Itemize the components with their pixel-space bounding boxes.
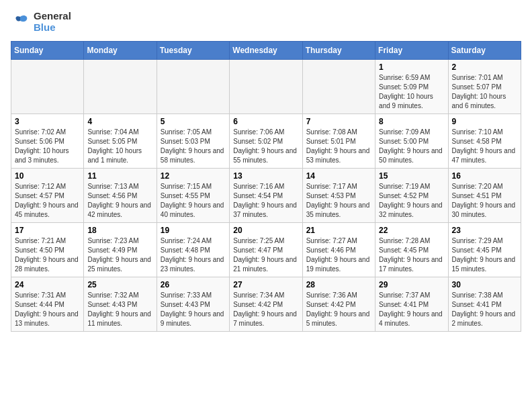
- calendar-week-5: 24Sunrise: 7:31 AM Sunset: 4:44 PM Dayli…: [11, 277, 521, 332]
- day-info: Sunrise: 7:32 AM Sunset: 4:43 PM Dayligh…: [87, 291, 152, 328]
- day-info: Sunrise: 7:21 AM Sunset: 4:50 PM Dayligh…: [15, 236, 80, 274]
- calendar-cell: 18Sunrise: 7:23 AM Sunset: 4:49 PM Dayli…: [84, 223, 157, 277]
- day-info: Sunrise: 7:28 AM Sunset: 4:45 PM Dayligh…: [379, 236, 444, 274]
- calendar-cell: 9Sunrise: 7:10 AM Sunset: 4:58 PM Daylig…: [448, 114, 521, 169]
- page-header: General Blue: [11, 11, 521, 33]
- calendar-cell: 28Sunrise: 7:36 AM Sunset: 4:42 PM Dayli…: [302, 277, 375, 332]
- day-info: Sunrise: 7:16 AM Sunset: 4:54 PM Dayligh…: [233, 182, 298, 220]
- calendar-cell: 21Sunrise: 7:27 AM Sunset: 4:46 PM Dayli…: [302, 223, 375, 277]
- day-info: Sunrise: 7:17 AM Sunset: 4:53 PM Dayligh…: [306, 182, 371, 220]
- day-number: 17: [15, 226, 80, 235]
- day-number: 27: [233, 280, 298, 289]
- calendar-cell: 19Sunrise: 7:24 AM Sunset: 4:48 PM Dayli…: [157, 223, 229, 277]
- day-info: Sunrise: 7:27 AM Sunset: 4:46 PM Dayligh…: [306, 236, 371, 274]
- calendar-cell: 13Sunrise: 7:16 AM Sunset: 4:54 PM Dayli…: [230, 169, 302, 223]
- day-info: Sunrise: 7:08 AM Sunset: 5:01 PM Dayligh…: [306, 128, 371, 165]
- day-number: 9: [452, 117, 517, 126]
- day-number: 12: [161, 171, 226, 181]
- calendar-cell: 12Sunrise: 7:15 AM Sunset: 4:55 PM Dayli…: [157, 169, 229, 223]
- calendar-cell: [302, 60, 375, 114]
- day-number: 3: [15, 117, 80, 126]
- day-number: 8: [379, 117, 444, 126]
- day-number: 24: [15, 280, 80, 289]
- day-info: Sunrise: 7:01 AM Sunset: 5:07 PM Dayligh…: [452, 73, 517, 111]
- logo-blue: Blue: [34, 22, 71, 34]
- day-info: Sunrise: 7:24 AM Sunset: 4:48 PM Dayligh…: [161, 236, 226, 274]
- calendar-cell: 20Sunrise: 7:25 AM Sunset: 4:47 PM Dayli…: [230, 223, 302, 277]
- day-number: 13: [233, 171, 298, 181]
- day-info: Sunrise: 7:38 AM Sunset: 4:41 PM Dayligh…: [452, 291, 517, 328]
- day-number: 25: [87, 280, 152, 289]
- day-info: Sunrise: 7:36 AM Sunset: 4:42 PM Dayligh…: [306, 291, 371, 328]
- day-info: Sunrise: 7:15 AM Sunset: 4:55 PM Dayligh…: [161, 182, 226, 220]
- day-info: Sunrise: 7:31 AM Sunset: 4:44 PM Dayligh…: [15, 291, 80, 328]
- day-info: Sunrise: 7:06 AM Sunset: 5:02 PM Dayligh…: [233, 128, 298, 165]
- calendar-cell: 23Sunrise: 7:29 AM Sunset: 4:45 PM Dayli…: [448, 223, 521, 277]
- day-info: Sunrise: 7:37 AM Sunset: 4:41 PM Dayligh…: [379, 291, 444, 328]
- calendar-cell: 26Sunrise: 7:33 AM Sunset: 4:43 PM Dayli…: [157, 277, 229, 332]
- day-number: 15: [379, 171, 444, 181]
- calendar-cell: 4Sunrise: 7:04 AM Sunset: 5:05 PM Daylig…: [84, 114, 157, 169]
- day-number: 10: [15, 171, 80, 181]
- day-number: 5: [161, 117, 226, 126]
- calendar-cell: 24Sunrise: 7:31 AM Sunset: 4:44 PM Dayli…: [11, 277, 84, 332]
- day-info: Sunrise: 7:04 AM Sunset: 5:05 PM Dayligh…: [87, 128, 152, 165]
- day-info: Sunrise: 7:19 AM Sunset: 4:52 PM Dayligh…: [379, 182, 444, 220]
- day-number: 11: [87, 171, 152, 181]
- calendar-cell: 10Sunrise: 7:12 AM Sunset: 4:57 PM Dayli…: [11, 169, 84, 223]
- day-info: Sunrise: 7:33 AM Sunset: 4:43 PM Dayligh…: [161, 291, 226, 328]
- calendar-cell: 6Sunrise: 7:06 AM Sunset: 5:02 PM Daylig…: [230, 114, 302, 169]
- day-number: 21: [306, 226, 371, 235]
- calendar-cell: 11Sunrise: 7:13 AM Sunset: 4:56 PM Dayli…: [84, 169, 157, 223]
- day-number: 1: [379, 62, 444, 72]
- calendar-cell: [11, 60, 84, 114]
- day-info: Sunrise: 7:09 AM Sunset: 5:00 PM Dayligh…: [379, 128, 444, 165]
- calendar-cell: [230, 60, 302, 114]
- calendar-cell: 22Sunrise: 7:28 AM Sunset: 4:45 PM Dayli…: [375, 223, 448, 277]
- day-number: 14: [306, 171, 371, 181]
- day-number: 19: [161, 226, 226, 235]
- day-number: 18: [87, 226, 152, 235]
- day-info: Sunrise: 7:12 AM Sunset: 4:57 PM Dayligh…: [15, 182, 80, 220]
- day-info: Sunrise: 7:25 AM Sunset: 4:47 PM Dayligh…: [233, 236, 298, 274]
- calendar-cell: 1Sunrise: 6:59 AM Sunset: 5:09 PM Daylig…: [375, 60, 448, 114]
- calendar-week-2: 3Sunrise: 7:02 AM Sunset: 5:06 PM Daylig…: [11, 114, 521, 169]
- day-info: Sunrise: 6:59 AM Sunset: 5:09 PM Dayligh…: [379, 73, 444, 111]
- logo-general: General: [34, 11, 71, 22]
- calendar-cell: [84, 60, 157, 114]
- calendar-table: SundayMondayTuesdayWednesdayThursdayFrid…: [11, 41, 521, 332]
- calendar-week-4: 17Sunrise: 7:21 AM Sunset: 4:50 PM Dayli…: [11, 223, 521, 277]
- day-info: Sunrise: 7:23 AM Sunset: 4:49 PM Dayligh…: [87, 236, 152, 274]
- calendar-cell: 27Sunrise: 7:34 AM Sunset: 4:42 PM Dayli…: [230, 277, 302, 332]
- logo-bird-icon: [11, 13, 30, 32]
- calendar-cell: 30Sunrise: 7:38 AM Sunset: 4:41 PM Dayli…: [448, 277, 521, 332]
- day-number: 30: [452, 280, 517, 289]
- day-number: 29: [379, 280, 444, 289]
- weekday-header-sunday: Sunday: [11, 42, 84, 60]
- calendar-cell: 7Sunrise: 7:08 AM Sunset: 5:01 PM Daylig…: [302, 114, 375, 169]
- weekday-header-row: SundayMondayTuesdayWednesdayThursdayFrid…: [11, 42, 521, 60]
- day-info: Sunrise: 7:10 AM Sunset: 4:58 PM Dayligh…: [452, 128, 517, 165]
- calendar-cell: 8Sunrise: 7:09 AM Sunset: 5:00 PM Daylig…: [375, 114, 448, 169]
- weekday-header-friday: Friday: [375, 42, 448, 60]
- day-number: 23: [452, 226, 517, 235]
- logo: General Blue: [11, 11, 71, 33]
- day-number: 26: [161, 280, 226, 289]
- day-number: 20: [233, 226, 298, 235]
- weekday-header-thursday: Thursday: [302, 42, 375, 60]
- day-info: Sunrise: 7:34 AM Sunset: 4:42 PM Dayligh…: [233, 291, 298, 328]
- calendar-cell: 2Sunrise: 7:01 AM Sunset: 5:07 PM Daylig…: [448, 60, 521, 114]
- weekday-header-monday: Monday: [84, 42, 157, 60]
- calendar-cell: 17Sunrise: 7:21 AM Sunset: 4:50 PM Dayli…: [11, 223, 84, 277]
- day-info: Sunrise: 7:20 AM Sunset: 4:51 PM Dayligh…: [452, 182, 517, 220]
- weekday-header-tuesday: Tuesday: [157, 42, 229, 60]
- calendar-cell: 15Sunrise: 7:19 AM Sunset: 4:52 PM Dayli…: [375, 169, 448, 223]
- weekday-header-saturday: Saturday: [448, 42, 521, 60]
- day-number: 28: [306, 280, 371, 289]
- day-number: 4: [87, 117, 152, 126]
- calendar-cell: 3Sunrise: 7:02 AM Sunset: 5:06 PM Daylig…: [11, 114, 84, 169]
- day-number: 16: [452, 171, 517, 181]
- day-info: Sunrise: 7:05 AM Sunset: 5:03 PM Dayligh…: [161, 128, 226, 165]
- day-number: 2: [452, 62, 517, 72]
- weekday-header-wednesday: Wednesday: [230, 42, 302, 60]
